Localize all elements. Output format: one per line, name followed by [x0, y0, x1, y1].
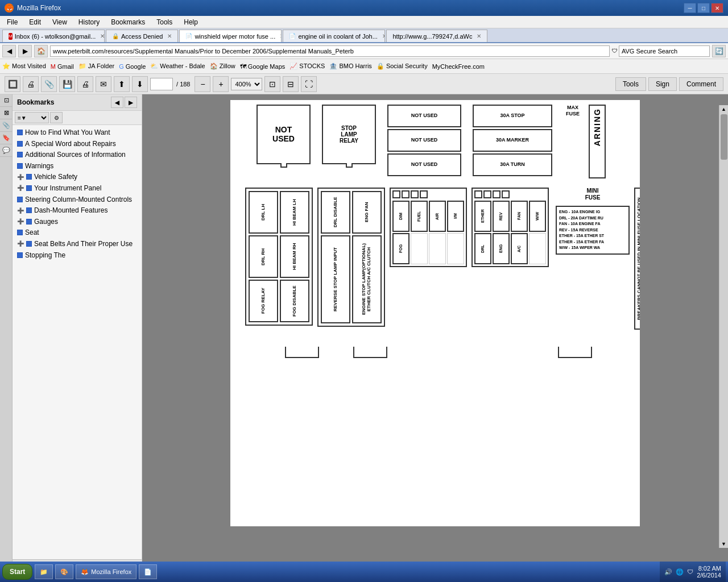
comment-button[interactable]: Comment	[679, 77, 723, 91]
sidebar-item-stopping[interactable]: Stopping The	[15, 250, 139, 261]
menu-tools[interactable]: Tools	[152, 17, 177, 27]
expand-icon-8[interactable]: ➕	[17, 207, 24, 214]
tab-url-close[interactable]: ✕	[477, 33, 481, 39]
address-input[interactable]	[50, 45, 610, 57]
bm-weather[interactable]: ⛅ Weather - Bdale	[150, 63, 205, 70]
taskbar-paint[interactable]: 🎨	[55, 564, 73, 579]
menu-help[interactable]: Help	[179, 17, 202, 27]
toolbar-btn-6[interactable]: ✉	[96, 76, 111, 92]
sidebar-item-instrument-panel[interactable]: ➕ Your Instrument Panel	[15, 183, 139, 194]
bm-stocks[interactable]: 📈 STOCKS	[289, 63, 325, 70]
bm-google[interactable]: G Google	[119, 63, 146, 70]
refresh-button[interactable]: 🔄	[712, 45, 726, 57]
restore-button[interactable]: □	[697, 3, 710, 13]
zoom-select[interactable]: 400%	[231, 78, 262, 90]
zoom-out-btn[interactable]: −	[195, 76, 210, 92]
sidebar-expand-btn[interactable]: ▶	[125, 97, 137, 108]
full-screen-btn[interactable]: ⛶	[301, 76, 317, 92]
toolbar-btn-4[interactable]: 💾	[59, 76, 75, 92]
sidebar-item-additional[interactable]: Additional Sources of Information	[15, 149, 139, 161]
taskbar-acrobat[interactable]: 📄	[139, 564, 157, 579]
sidebar-view-select[interactable]: ≡▼	[15, 112, 49, 123]
left-tab-1[interactable]: ⊡	[0, 94, 13, 107]
tab-gmail-close[interactable]: ✕	[100, 33, 105, 39]
sidebar-item-seat[interactable]: Seat	[15, 227, 139, 239]
minimize-button[interactable]: ─	[684, 3, 696, 13]
expand-icon-5[interactable]: ➕	[17, 173, 24, 180]
zoom-in-btn[interactable]: +	[213, 76, 229, 92]
bm-gmail[interactable]: M Gmail	[51, 63, 74, 70]
bm-google-maps[interactable]: 🗺 Google Maps	[240, 63, 285, 70]
sidebar-item-vehicle-safety[interactable]: ➕ Vehicle Safety	[15, 172, 139, 183]
bookmark-icon-4	[17, 163, 23, 169]
fit-width-btn[interactable]: ⊟	[283, 76, 299, 92]
start-button[interactable]: Start	[2, 564, 32, 580]
menu-file[interactable]: File	[2, 17, 22, 27]
scroll-down-btn[interactable]: ▼	[720, 540, 727, 548]
scroll-thumb[interactable]	[721, 114, 727, 160]
mini-fuse-ac: A/C	[511, 233, 528, 264]
sidebar-item-warnings[interactable]: Warnings	[15, 161, 139, 172]
tab-gmail[interactable]: M Inbox (6) - wtolkson@gmail... ✕	[2, 30, 105, 42]
mini-fuse-fuel: FUEL	[411, 201, 428, 232]
taskbar-explorer[interactable]: 📁	[35, 564, 53, 579]
left-tab-5[interactable]: 💬	[0, 144, 13, 157]
forward-button[interactable]: ▶	[18, 45, 32, 57]
taskbar-firefox[interactable]: 🦊 Mozilla Firefox	[76, 564, 136, 579]
pdf-area[interactable]: NOTUSED STOPLAMPRELAY	[142, 94, 728, 568]
menu-edit[interactable]: Edit	[24, 17, 46, 27]
tab-wiper-fuse-close[interactable]: ✕	[280, 33, 282, 39]
bm-ja-folder[interactable]: 📁 JA Folder	[78, 63, 115, 70]
sidebar-options-btn[interactable]: ⚙	[50, 112, 63, 123]
expand-icon-9[interactable]: ➕	[17, 218, 24, 225]
sidebar-item-dash[interactable]: ➕ Dash-Mounted Features	[15, 205, 139, 217]
home-button[interactable]: 🏠	[34, 45, 48, 57]
pdf-scrollbar-v[interactable]: ▲ ▼	[719, 105, 728, 548]
sidebar-item-seat-belts[interactable]: ➕ Seat Belts And Their Proper Use	[15, 239, 139, 250]
sidebar-item-special-word[interactable]: A Special Word about Repairs	[15, 139, 139, 150]
toolbar-btn-nav-down[interactable]: ⬇	[132, 76, 148, 92]
menu-view[interactable]: View	[48, 17, 72, 27]
toolbar-btn-5[interactable]: 🖨	[77, 76, 93, 92]
tab-access-denied-close[interactable]: ✕	[167, 33, 172, 39]
fit-page-btn[interactable]: ⊡	[264, 76, 280, 92]
tab-wiper-fuse[interactable]: 📄 winshield wiper motor fuse ... ✕	[179, 30, 282, 42]
system-tray: 🔊 🌐 🛡 8:02 AM 2/6/2014	[660, 562, 726, 582]
bm-mycheckfree[interactable]: MyCheckFree.com	[432, 63, 485, 70]
left-tab-4[interactable]: 🔖	[0, 132, 13, 144]
toolbar-btn-nav-up[interactable]: ⬆	[114, 76, 130, 92]
back-button[interactable]: ◀	[2, 45, 16, 57]
sidebar-item-how-to-find[interactable]: How to Find What You Want	[15, 127, 139, 139]
bookmark-icon-10	[17, 230, 23, 235]
tab-engine-oil[interactable]: 📄 engine oil in coolant of Joh... ✕	[283, 30, 385, 42]
menu-bookmarks[interactable]: Bookmarks	[106, 17, 150, 27]
sidebar-item-gauges[interactable]: ➕ Gauges	[15, 217, 139, 228]
bm-bmo[interactable]: 🏦 BMO Harris	[329, 63, 372, 70]
search-input[interactable]	[619, 45, 710, 57]
sidebar-collapse-btn[interactable]: ◀	[111, 97, 123, 108]
scroll-up-btn[interactable]: ▲	[720, 105, 727, 113]
expand-icon-6[interactable]: ➕	[17, 185, 24, 192]
legend-ether-15a-1: ETHER - 15A ETHER ST	[559, 233, 626, 239]
tab-engine-oil-close[interactable]: ✕	[382, 33, 386, 39]
legend-eng-10a: ENG - 10A ENGINE IG	[559, 209, 626, 215]
bm-most-visited[interactable]: ⭐ Most Visited	[2, 63, 46, 70]
tab-url[interactable]: http://www.g...799247,d.aWc ✕	[386, 30, 487, 42]
menu-history[interactable]: History	[74, 17, 104, 27]
fuse-not-used-2: NOT USED	[387, 129, 461, 152]
tab-access-denied[interactable]: 🔒 Access Denied ✕	[106, 30, 178, 42]
bm-social-security[interactable]: 🔒 Social Security	[377, 63, 428, 70]
bm-zillow[interactable]: 🏠 Zillow	[210, 63, 235, 70]
tools-button[interactable]: Tools	[615, 77, 646, 91]
left-tab-3[interactable]: 📎	[0, 119, 13, 132]
left-tab-2[interactable]: ⊠	[0, 107, 13, 119]
expand-icon-11[interactable]: ➕	[17, 240, 24, 247]
toolbar-btn-1[interactable]: 🔲	[5, 76, 20, 92]
toolbar-btn-3[interactable]: 📎	[41, 76, 57, 92]
toolbar-btn-2[interactable]: 🖨	[23, 76, 39, 92]
close-button[interactable]: ✕	[711, 3, 723, 13]
sidebar-item-steering[interactable]: Steering Column-Mounted Controls	[15, 194, 139, 206]
page-number-input[interactable]: 155	[150, 78, 173, 90]
window-controls: ─ □ ✕	[684, 3, 723, 13]
sign-button[interactable]: Sign	[648, 77, 677, 91]
